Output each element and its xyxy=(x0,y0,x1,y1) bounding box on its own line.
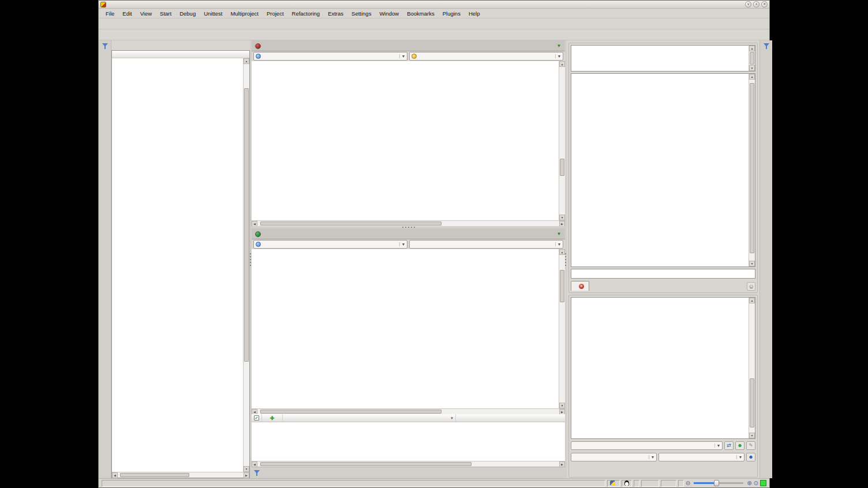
channels-group: ▲ ▼ ▲ ▼ xyxy=(568,43,758,293)
network-scrollbar[interactable]: ▲ ▼ xyxy=(749,298,755,438)
summary-column-header[interactable]: ▼ xyxy=(283,414,456,422)
scroll-down-icon[interactable]: ▼ xyxy=(749,65,755,71)
scroll-up-icon[interactable]: ▲ xyxy=(244,58,249,64)
filter-icon[interactable] xyxy=(102,43,108,50)
class-combo[interactable] xyxy=(253,52,407,61)
editor-vertical-scrollbar[interactable]: ▲ ▼ xyxy=(559,249,565,408)
chat-scrollbar[interactable]: ▲ ▼ xyxy=(749,74,755,266)
scroll-up-icon[interactable]: ▲ xyxy=(749,298,755,303)
channel-tab[interactable] xyxy=(571,281,589,291)
menu-item[interactable]: Unittest xyxy=(200,9,226,18)
connect-button[interactable]: ⇄ xyxy=(724,441,734,450)
menu-item[interactable]: Help xyxy=(465,9,484,18)
message-input[interactable] xyxy=(571,269,755,279)
eol-indicator[interactable] xyxy=(622,480,632,487)
readwrite-indicator[interactable] xyxy=(634,480,639,487)
splitter-handle[interactable] xyxy=(250,40,252,478)
encoding-indicator[interactable] xyxy=(607,480,620,487)
edit-network-button[interactable]: ✎ xyxy=(746,441,755,450)
chevron-down-icon xyxy=(555,242,563,246)
zoom-reset-icon[interactable]: ⊙ xyxy=(754,480,758,487)
scroll-right-icon[interactable]: ▶ xyxy=(244,472,249,478)
zoom-out-icon[interactable]: ⊖ xyxy=(686,480,690,487)
menu-item[interactable]: View xyxy=(136,9,156,18)
maximize-button[interactable]: ∧ xyxy=(753,1,760,7)
task-filter-checkbox[interactable]: ✔ xyxy=(252,414,262,422)
editor-bottom: ▲ ▼ ◀ ▶ xyxy=(252,228,565,414)
line-indicator xyxy=(641,480,659,487)
method-combo[interactable] xyxy=(409,240,563,249)
menu-item[interactable]: Edit xyxy=(118,9,136,18)
menu-bar: File Edit View Start Debug Unittest Mult… xyxy=(99,9,769,18)
server-combo[interactable] xyxy=(571,441,723,450)
filter-icon[interactable] xyxy=(253,470,260,476)
splitter-handle[interactable] xyxy=(252,226,565,228)
scroll-up-icon[interactable]: ▲ xyxy=(749,74,755,80)
away-button[interactable]: ☻ xyxy=(735,441,744,450)
menu-item[interactable]: File xyxy=(102,9,118,18)
scroll-down-icon[interactable]: ▼ xyxy=(749,433,755,438)
title-bar[interactable]: ∨ ∧ ✕ xyxy=(99,1,769,9)
filter-icon[interactable] xyxy=(763,43,770,50)
editor-horizontal-scrollbar[interactable]: ◀ ▶ xyxy=(252,408,565,414)
tree-vertical-scrollbar[interactable]: ▲ ▼ xyxy=(243,58,249,472)
code-area-bottom[interactable] xyxy=(252,249,559,408)
toolbar-row-1 xyxy=(99,18,769,29)
online-indicator xyxy=(760,480,766,486)
scroll-down-icon[interactable]: ▼ xyxy=(244,466,249,472)
task-table-header: ✔ ✚ ▼ xyxy=(252,414,565,422)
scroll-left-icon[interactable]: ◀ xyxy=(112,472,118,478)
channel-user-list[interactable] xyxy=(571,46,749,71)
user-list-scrollbar[interactable]: ▲ ▼ xyxy=(749,46,755,71)
menu-item[interactable]: Start xyxy=(156,9,175,18)
menu-item[interactable]: Debug xyxy=(175,9,200,18)
method-combo[interactable] xyxy=(409,52,563,61)
menu-item[interactable]: Extras xyxy=(324,9,347,18)
tree-column-header[interactable] xyxy=(112,51,249,58)
close-button[interactable]: ✕ xyxy=(761,1,768,7)
sort-icon: ▼ xyxy=(450,416,454,420)
network-message-area[interactable] xyxy=(571,295,749,438)
minimize-button[interactable]: ∨ xyxy=(745,1,751,7)
join-channel-combo[interactable] xyxy=(659,453,744,461)
add-task-button[interactable]: ✚ xyxy=(262,414,283,422)
editor-vertical-scrollbar[interactable]: ▲ ▼ xyxy=(559,61,565,220)
chevron-down-icon xyxy=(399,242,407,246)
menu-item[interactable]: Plugins xyxy=(439,9,465,18)
zoom-slider-handle[interactable] xyxy=(714,480,719,486)
chevron-down-icon xyxy=(555,54,563,58)
toolbar-row-2 xyxy=(99,29,769,40)
menu-item[interactable]: Project xyxy=(263,9,288,18)
class-combo[interactable] xyxy=(253,240,407,249)
scroll-down-icon[interactable]: ▼ xyxy=(749,261,755,266)
join-channel-button[interactable]: ☻ xyxy=(746,453,755,461)
zoom-slider[interactable] xyxy=(694,482,743,484)
method-icon xyxy=(411,54,417,59)
scroll-down-icon[interactable]: ▼ xyxy=(559,215,565,220)
editor-horizontal-scrollbar[interactable]: ◀ ▶ xyxy=(252,220,565,226)
close-channel-icon[interactable] xyxy=(579,284,584,289)
tree-horizontal-scrollbar[interactable]: ◀ ▶ xyxy=(112,472,249,478)
menu-item[interactable]: Window xyxy=(375,9,403,18)
menu-item[interactable]: Bookmarks xyxy=(403,9,439,18)
eric5-window: ∨ ∧ ✕ File Edit View Start Debug Unittes… xyxy=(98,0,770,488)
file-list-dropdown-icon[interactable] xyxy=(555,230,563,238)
scroll-up-icon[interactable]: ▲ xyxy=(559,61,565,67)
file-list-dropdown-icon[interactable] xyxy=(555,42,563,50)
channel-message-area[interactable] xyxy=(571,74,749,266)
nickname-combo[interactable] xyxy=(571,453,657,461)
scroll-up-icon[interactable]: ▲ xyxy=(749,46,755,51)
menu-item[interactable]: Settings xyxy=(347,9,375,18)
filename-column-header[interactable] xyxy=(456,414,565,422)
emote-button[interactable] xyxy=(747,282,755,291)
task-horizontal-scrollbar[interactable]: ◀ ▶ xyxy=(252,461,565,467)
splitter-handle[interactable] xyxy=(565,40,567,478)
scroll-up-icon[interactable]: ▲ xyxy=(559,249,565,255)
app-icon xyxy=(100,2,106,7)
scroll-down-icon[interactable]: ▼ xyxy=(559,403,565,408)
menu-item[interactable]: Refactoring xyxy=(288,9,324,18)
zoom-in-icon[interactable]: ⊕ xyxy=(747,480,751,487)
project-viewer: ▲ ▼ ◀ ▶ xyxy=(111,40,250,478)
code-area-top[interactable] xyxy=(252,61,559,220)
menu-item[interactable]: Multiproject xyxy=(226,9,263,18)
